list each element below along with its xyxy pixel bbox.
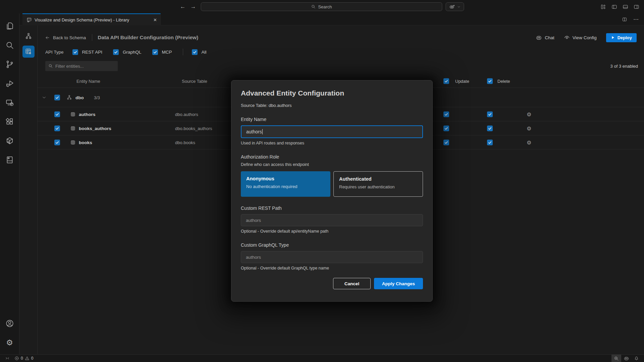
- group-checkbox[interactable]: [54, 95, 60, 100]
- source-table: dbo.books_authors: [175, 126, 212, 131]
- entity-name: authors: [79, 112, 96, 117]
- chevron-down-icon: [457, 5, 461, 9]
- search-icon: [311, 4, 316, 9]
- checkbox-checked-icon: [152, 49, 158, 55]
- copilot-icon: [624, 356, 629, 361]
- deploy-button[interactable]: Deploy: [606, 33, 637, 42]
- custom-graphql-type-input[interactable]: [241, 251, 423, 263]
- extensions-icon[interactable]: [2, 114, 17, 129]
- search-icon: [48, 64, 53, 68]
- notifications[interactable]: [632, 355, 641, 362]
- custom-graphql-type-label: Custom GraphQL Type: [241, 242, 423, 248]
- run-debug-icon[interactable]: [2, 76, 17, 91]
- problems-indicator[interactable]: 0 0: [12, 355, 36, 362]
- advanced-entity-config-dialog: Advanced Entity Configuration Source Tab…: [231, 80, 433, 302]
- warning-icon: [25, 356, 30, 361]
- explorer-icon[interactable]: [2, 19, 17, 34]
- activity-bar: ⚙: [0, 13, 19, 354]
- deploy-label: Deploy: [618, 35, 632, 40]
- copilot-menu-button[interactable]: [446, 2, 464, 11]
- vscode-window: ← → Search: [0, 0, 644, 362]
- warning-count: 0: [31, 356, 34, 361]
- forward-arrow-icon[interactable]: →: [191, 3, 196, 10]
- authenticated-desc: Requires user authentication: [339, 184, 417, 189]
- toggle-sidebar-left-icon[interactable]: [611, 4, 617, 10]
- tab-bar: Visualize and Design Schema (Preview) - …: [19, 13, 644, 25]
- search-input[interactable]: Search: [201, 2, 442, 11]
- col-entity-name: Entity Name: [76, 78, 100, 83]
- checkbox-rest-api[interactable]: REST API: [72, 49, 103, 55]
- source-table: dbo.books: [175, 140, 195, 145]
- view-config-button[interactable]: View Config: [564, 35, 597, 41]
- webview-toolstrip: [19, 25, 38, 354]
- source-table: dbo.authors: [175, 112, 198, 117]
- filter-entities-input[interactable]: [55, 64, 112, 69]
- divider: [183, 49, 183, 55]
- remote-explorer-icon[interactable]: [2, 95, 17, 110]
- group-name: dbo: [75, 95, 84, 100]
- role-card-authenticated[interactable]: Authenticated Requires user authenticati…: [333, 171, 423, 197]
- apply-changes-button[interactable]: Apply Changes: [374, 278, 423, 289]
- entity-name-label: Entity Name: [241, 117, 423, 122]
- checkbox-all[interactable]: All: [192, 49, 207, 55]
- settings-gear-icon[interactable]: ⚙: [2, 335, 17, 350]
- update-checkbox[interactable]: [443, 139, 449, 145]
- search-label: Search: [318, 4, 332, 9]
- remote-indicator[interactable]: [3, 355, 12, 362]
- play-icon: [611, 36, 615, 40]
- row-settings-gear-icon[interactable]: ⚙: [527, 111, 531, 117]
- tab-close-icon[interactable]: ✕: [153, 17, 157, 22]
- update-checkbox[interactable]: [443, 111, 449, 117]
- status-bar: 0 0: [0, 354, 644, 362]
- chat-button[interactable]: Chat: [536, 35, 554, 41]
- zoom-indicator[interactable]: [611, 355, 621, 362]
- back-arrow-icon[interactable]: ←: [180, 3, 186, 10]
- dab-config-view-button[interactable]: [22, 46, 35, 58]
- custom-rest-path-input[interactable]: [241, 214, 423, 226]
- remote-icon: [5, 356, 10, 361]
- account-icon[interactable]: [2, 316, 17, 331]
- delete-all-checkbox[interactable]: [487, 78, 493, 84]
- delete-checkbox[interactable]: [487, 125, 493, 131]
- row-settings-gear-icon[interactable]: ⚙: [527, 139, 531, 145]
- anonymous-title: Anonymous: [246, 176, 325, 181]
- group-count: 3/3: [94, 95, 100, 100]
- customize-layout-icon[interactable]: [600, 4, 606, 10]
- mcp-label: MCP: [162, 50, 172, 55]
- back-arrow-icon: [45, 35, 50, 40]
- row-checkbox[interactable]: [54, 125, 60, 131]
- back-label: Back to Schema: [53, 35, 86, 40]
- all-label: All: [202, 50, 207, 55]
- row-settings-gear-icon[interactable]: ⚙: [527, 125, 531, 131]
- container-cube-icon[interactable]: [2, 133, 17, 148]
- delete-checkbox[interactable]: [487, 139, 493, 145]
- entity-name-value: authors: [246, 129, 262, 134]
- collapse-chevron-icon[interactable]: [42, 95, 47, 100]
- authenticated-title: Authenticated: [339, 176, 417, 182]
- tab-visualize-schema[interactable]: Visualize and Design Schema (Preview) - …: [22, 13, 161, 25]
- schema-designer-view-button[interactable]: [22, 30, 35, 42]
- table-gear-icon: [25, 48, 32, 55]
- toggle-panel-icon[interactable]: [623, 4, 628, 10]
- entity-name-input[interactable]: authors: [241, 125, 423, 138]
- role-card-anonymous[interactable]: Anonymous No authentication required: [241, 171, 330, 197]
- split-editor-icon[interactable]: [622, 17, 627, 22]
- delete-checkbox[interactable]: [487, 111, 493, 117]
- authorization-role-help: Define who can access this endpoint: [241, 162, 423, 167]
- cancel-button[interactable]: Cancel: [333, 278, 371, 289]
- toggle-sidebar-right-icon[interactable]: [634, 4, 639, 10]
- source-control-icon[interactable]: [2, 57, 17, 72]
- copilot-status[interactable]: [621, 355, 632, 362]
- search-sidebar-icon[interactable]: [2, 38, 17, 53]
- back-to-schema-button[interactable]: Back to Schema: [45, 35, 86, 40]
- checkbox-graphql[interactable]: GraphQL: [113, 49, 142, 55]
- update-all-checkbox[interactable]: [443, 78, 449, 84]
- more-actions-icon[interactable]: ⋯: [633, 16, 639, 22]
- entity-name-help: Used in API routes and responses: [241, 141, 423, 145]
- checkbox-mcp[interactable]: MCP: [152, 49, 172, 55]
- entity-name: books: [79, 140, 92, 145]
- notebook-icon[interactable]: [2, 153, 17, 167]
- row-checkbox[interactable]: [54, 111, 60, 117]
- update-checkbox[interactable]: [443, 125, 449, 131]
- row-checkbox[interactable]: [54, 139, 60, 145]
